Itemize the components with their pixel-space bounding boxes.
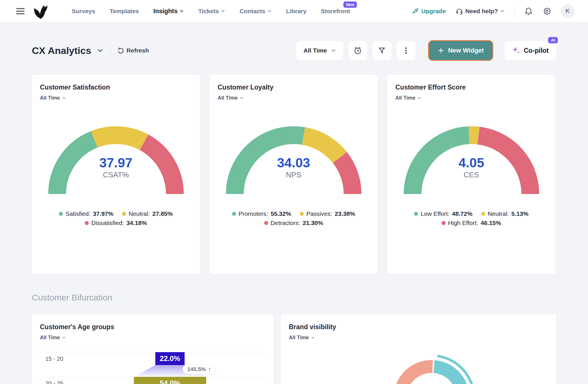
sparkle-icon xyxy=(512,46,521,55)
age-groups-card: Customer's Age groups All Time 15 - 2022… xyxy=(32,315,274,384)
more-options-button[interactable] xyxy=(396,41,416,60)
card-title: Customer Satisfaction xyxy=(40,84,192,91)
filter-button[interactable] xyxy=(372,41,392,60)
nav-item-storefront[interactable]: Storefront New xyxy=(321,8,350,15)
legend-dot xyxy=(481,212,485,216)
new-badge: New xyxy=(343,1,357,8)
chevron-down-icon xyxy=(179,9,184,13)
gauge-chart: 37.97 CSAT% xyxy=(47,125,185,195)
funnel-category-label: 20 - 25 xyxy=(45,380,63,384)
legend-dot xyxy=(59,212,63,216)
customer-bifurcation-section: Customer Bifurcation xyxy=(32,292,556,303)
bottom-cards-row: Customer's Age groups All Time 15 - 2022… xyxy=(32,315,556,384)
rocket-icon xyxy=(412,7,419,15)
refresh-icon xyxy=(117,47,124,54)
divider xyxy=(110,46,111,55)
funnel-category-label: 15 - 20 xyxy=(45,356,63,362)
ai-badge: AI xyxy=(548,37,558,43)
legend-item: Neutral: 5.13% xyxy=(481,210,529,217)
chevron-down-icon xyxy=(267,9,272,13)
gauge-legend: Low Effort: 48.72% Neutral: 5.13% High E… xyxy=(395,210,547,226)
gauge-value: 34.03 xyxy=(225,155,362,170)
legend-item: Neutral: 27.85% xyxy=(122,210,173,217)
legend-item: Satisfied: 37.97% xyxy=(59,210,113,217)
divider xyxy=(514,6,514,17)
gauge-unit: NPS xyxy=(225,170,362,179)
legend-dot xyxy=(85,221,89,225)
chevron-down-icon xyxy=(311,336,315,340)
chevron-down-icon xyxy=(331,48,336,53)
navbar-right: Upgrade Need help? K xyxy=(412,5,574,18)
customer-satisfaction-card: Customer Satisfaction All Time 37.97 CSA… xyxy=(32,75,200,274)
customer-loyalty-card: Customer Loyalty All Time 34.03 NPS Prom… xyxy=(210,75,378,274)
nav-item-insights[interactable]: Insights xyxy=(153,7,184,15)
customer-effort-score-card: Customer Effort Score All Time 4.05 CES … xyxy=(387,75,555,274)
card-title: Customer Effort Score xyxy=(395,84,547,91)
schedule-alarm-button[interactable] xyxy=(348,41,368,60)
gauge-value: 4.05 xyxy=(403,155,540,170)
funnel-chart: 15 - 2022.0%20 - 2554.0%145.5%↑ xyxy=(32,315,274,384)
nav-item-contacts[interactable]: Contacts xyxy=(239,8,272,15)
settings-gear-icon[interactable] xyxy=(543,7,551,15)
kpi-cards-row: Customer Satisfaction All Time 37.97 CSA… xyxy=(32,75,556,274)
funnel-bar: 54.0% xyxy=(134,377,206,384)
legend-dot xyxy=(122,212,126,216)
gauge-legend: Promoters: 55.32% Passives: 23.38% Detra… xyxy=(218,210,370,226)
card-time-filter[interactable]: All Time xyxy=(289,335,315,341)
primary-nav: Surveys Templates Insights Tickets Conta… xyxy=(72,7,350,15)
section-title: Customer Bifurcation xyxy=(32,293,112,302)
legend-dot xyxy=(414,212,418,216)
card-time-filter[interactable]: All Time xyxy=(40,95,66,101)
top-navbar: Surveys Templates Insights Tickets Conta… xyxy=(0,0,588,22)
gauge-unit: CSAT% xyxy=(47,170,185,179)
chevron-down-icon xyxy=(221,9,225,13)
hamburger-menu-icon[interactable] xyxy=(16,8,25,15)
legend-dot xyxy=(264,221,268,225)
copilot-button[interactable]: Co-pilot AI xyxy=(504,41,556,60)
nav-item-tickets[interactable]: Tickets xyxy=(198,8,225,15)
chevron-down-icon xyxy=(62,96,66,100)
legend-item: High Effort: 46.15% xyxy=(442,220,501,226)
headset-icon xyxy=(456,7,463,15)
new-widget-button[interactable]: New Widget xyxy=(428,40,493,61)
nav-item-surveys[interactable]: Surveys xyxy=(72,8,95,15)
app-logo-leaf-icon[interactable] xyxy=(32,3,49,20)
filter-funnel-icon xyxy=(378,46,386,55)
plus-icon xyxy=(438,47,444,54)
nav-item-templates[interactable]: Templates xyxy=(110,8,139,15)
card-time-filter[interactable]: All Time xyxy=(218,95,243,101)
legend-dot xyxy=(442,221,446,225)
gauge-legend: Satisfied: 37.97% Neutral: 27.85% Dissat… xyxy=(40,210,192,226)
legend-item: Promoters: 55.32% xyxy=(232,210,291,217)
alarm-clock-icon xyxy=(353,46,362,55)
donut-chart xyxy=(386,352,477,384)
header-toolbar: All Time New Widget xyxy=(296,40,556,61)
need-help-button[interactable]: Need help? xyxy=(456,7,504,15)
gauge-chart: 4.05 CES xyxy=(403,125,540,195)
time-filter-dropdown[interactable]: All Time xyxy=(296,41,343,60)
brand-visibility-card: Brand visibility All Time xyxy=(281,315,556,384)
gauge-chart: 34.03 NPS xyxy=(225,125,362,195)
chevron-down-icon xyxy=(240,96,243,100)
user-avatar[interactable]: K xyxy=(561,5,574,18)
conversion-badge: 145.5%↑ xyxy=(183,364,216,375)
divider xyxy=(120,298,556,298)
gauge-unit: CES xyxy=(403,170,540,179)
dashboard-switcher-chevron-icon[interactable] xyxy=(97,47,103,54)
legend-dot xyxy=(300,212,304,216)
notifications-bell-icon[interactable] xyxy=(524,7,533,15)
card-title: Brand visibility xyxy=(289,323,548,331)
funnel-bar: 22.0% xyxy=(155,352,185,365)
card-time-filter[interactable]: All Time xyxy=(395,95,421,101)
page-title: CX Analytics xyxy=(32,45,91,56)
gridline xyxy=(37,352,264,352)
refresh-button[interactable]: Refresh xyxy=(117,47,149,54)
gauge-value: 37.97 xyxy=(47,155,185,170)
kebab-menu-icon xyxy=(402,46,410,55)
legend-item: Detractors: 21.30% xyxy=(264,220,323,226)
chevron-down-icon xyxy=(417,96,421,100)
legend-item: Dissatisfied: 34.18% xyxy=(85,220,147,226)
nav-item-library[interactable]: Library xyxy=(286,8,306,15)
legend-item: Low Effort: 48.72% xyxy=(414,210,472,217)
upgrade-button[interactable]: Upgrade xyxy=(412,7,446,15)
